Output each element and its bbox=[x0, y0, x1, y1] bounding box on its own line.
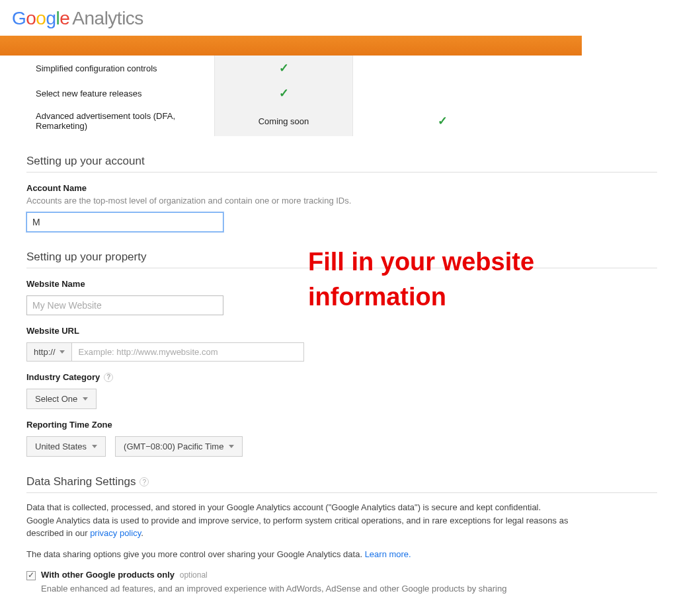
chevron-down-icon bbox=[83, 397, 88, 401]
help-icon[interactable]: ? bbox=[104, 373, 113, 382]
data-sharing-section: Data Sharing Settings ? Data that is col… bbox=[26, 475, 657, 596]
website-url-label: Website URL bbox=[26, 326, 657, 336]
privacy-policy-link[interactable]: privacy policy bbox=[90, 528, 141, 538]
check-icon: ✓ bbox=[438, 114, 448, 128]
website-url-group: http:// bbox=[26, 342, 304, 362]
feature-row-label: Advanced advertisement tools (DFA, Remar… bbox=[29, 106, 214, 136]
feature-row-col3 bbox=[353, 81, 532, 106]
help-icon[interactable]: ? bbox=[139, 477, 149, 486]
timezone-value-dropdown[interactable]: (GMT−08:00) Pacific Time bbox=[115, 436, 243, 457]
account-name-label: Account Name bbox=[26, 183, 657, 193]
website-url-input[interactable] bbox=[72, 342, 304, 362]
share-with-google-products-option: With other Google products only optional… bbox=[26, 570, 657, 596]
feature-row-label: Simplified configuration controls bbox=[29, 56, 214, 81]
feature-row-col2: ✓ bbox=[214, 81, 353, 106]
timezone-country-dropdown[interactable]: United States bbox=[26, 436, 106, 457]
feature-row-col3 bbox=[353, 56, 532, 81]
orange-divider-bar bbox=[0, 36, 582, 56]
tutorial-annotation: Fill in your website information bbox=[308, 245, 586, 315]
account-setup-section: Setting up your account Account Name Acc… bbox=[26, 155, 657, 232]
feature-row-label: Select new feature releases bbox=[29, 81, 214, 106]
learn-more-link[interactable]: Learn more. bbox=[365, 549, 411, 559]
reporting-timezone-label: Reporting Time Zone bbox=[26, 420, 657, 430]
data-sharing-description-2: The data sharing options give you more c… bbox=[26, 548, 569, 561]
industry-category-label: Industry Category ? bbox=[26, 372, 657, 382]
account-name-input[interactable] bbox=[26, 212, 223, 232]
optional-tag: optional bbox=[180, 570, 208, 580]
feature-row-col2: ✓ bbox=[214, 56, 353, 81]
app-header: GoogleAnalytics bbox=[0, 0, 677, 36]
share-with-google-products-checkbox[interactable] bbox=[26, 571, 36, 580]
section-title: Setting up your account bbox=[26, 155, 657, 173]
chevron-down-icon bbox=[229, 445, 234, 448]
url-scheme-dropdown[interactable]: http:// bbox=[26, 342, 72, 362]
feature-comparison-table: Simplified configuration controls ✓ Sele… bbox=[29, 56, 657, 136]
check-icon: ✓ bbox=[279, 61, 289, 75]
feature-row-col3: ✓ bbox=[353, 106, 532, 136]
data-sharing-description: Data that is collected, processed, and s… bbox=[26, 501, 569, 540]
website-name-input[interactable] bbox=[26, 295, 223, 315]
section-title: Data Sharing Settings ? bbox=[26, 475, 657, 493]
check-icon: ✓ bbox=[279, 86, 289, 100]
account-name-help: Accounts are the top-most level of organ… bbox=[26, 196, 657, 206]
checkbox-label: With other Google products only bbox=[41, 570, 175, 580]
checkbox-description: Enable enhanced ad features, and an impr… bbox=[41, 582, 506, 596]
chevron-down-icon bbox=[92, 445, 97, 448]
industry-category-dropdown[interactable]: Select One bbox=[26, 389, 97, 409]
chevron-down-icon bbox=[60, 350, 65, 354]
feature-row-col2: Coming soon bbox=[214, 106, 353, 136]
google-analytics-logo: GoogleAnalytics bbox=[12, 8, 665, 29]
